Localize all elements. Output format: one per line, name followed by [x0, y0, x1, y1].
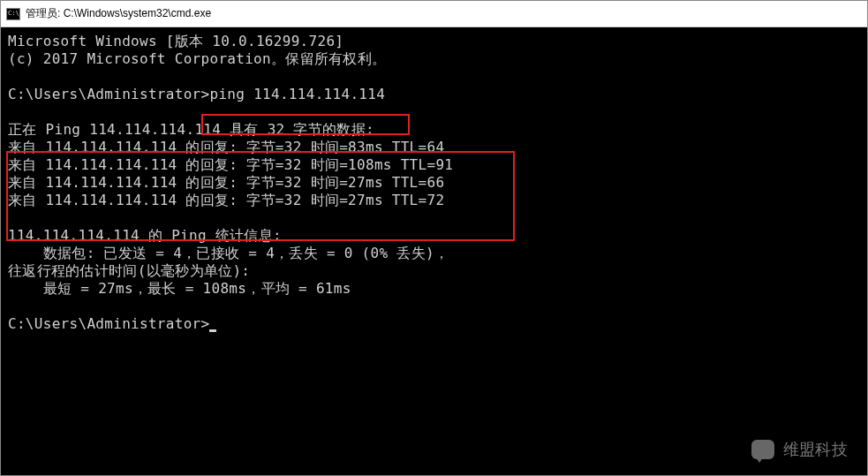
cursor [209, 329, 216, 332]
terminal-area[interactable]: Microsoft Windows [版本 10.0.16299.726] (c… [1, 27, 867, 475]
stats-rtt-header: 往返行程的估计时间(以毫秒为单位): [8, 262, 250, 279]
cmd-window: 管理员: C:\Windows\system32\cmd.exe Microso… [0, 0, 868, 476]
ping-reply-line: 来自 114.114.114.114 的回复: 字节=32 时间=108ms T… [8, 156, 453, 173]
window-title: 管理员: C:\Windows\system32\cmd.exe [26, 6, 211, 21]
ping-command: ping 114.114.114.114 [209, 86, 385, 102]
prompt-path: C:\Users\Administrator> [8, 86, 209, 102]
copyright-line: (c) 2017 Microsoft Corporation。保留所有权利。 [8, 50, 386, 67]
ping-reply-line: 来自 114.114.114.114 的回复: 字节=32 时间=83ms TT… [8, 139, 444, 155]
stats-packets: 数据包: 已发送 = 4，已接收 = 4，丢失 = 0 (0% 丢失)， [8, 245, 449, 261]
cmd-icon [6, 8, 20, 20]
watermark-text: 维盟科技 [783, 441, 848, 458]
stats-header: 114.114.114.114 的 Ping 统计信息: [8, 227, 282, 244]
wechat-icon [751, 440, 774, 459]
watermark: 维盟科技 [751, 440, 848, 459]
ping-reply-line: 来自 114.114.114.114 的回复: 字节=32 时间=27ms TT… [8, 192, 444, 208]
ping-reply-line: 来自 114.114.114.114 的回复: 字节=32 时间=27ms TT… [8, 174, 444, 191]
version-line: Microsoft Windows [版本 10.0.16299.726] [8, 33, 343, 49]
ping-header: 正在 Ping 114.114.114.114 具有 32 字节的数据: [8, 121, 374, 138]
stats-rtt: 最短 = 27ms，最长 = 108ms，平均 = 61ms [8, 280, 351, 297]
titlebar[interactable]: 管理员: C:\Windows\system32\cmd.exe [1, 1, 867, 27]
prompt-path: C:\Users\Administrator> [8, 315, 209, 332]
